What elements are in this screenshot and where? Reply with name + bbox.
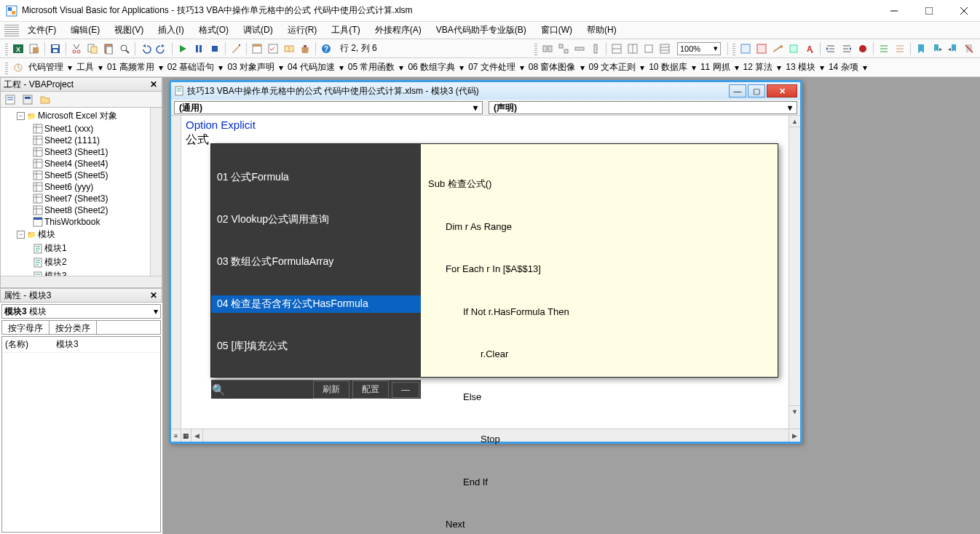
view-object-icon[interactable] bbox=[20, 93, 35, 106]
toolbar-grip-2[interactable] bbox=[534, 42, 537, 55]
isense-config-button[interactable]: 配置 bbox=[352, 380, 389, 399]
help-icon[interactable]: ? bbox=[319, 41, 333, 56]
tb2-icon-5[interactable] bbox=[609, 41, 624, 56]
tb2-icon-4[interactable] bbox=[588, 41, 603, 56]
tb3-icon-1[interactable] bbox=[738, 41, 753, 56]
menu-addins[interactable]: 外接程序(A) bbox=[368, 24, 429, 36]
tb-05[interactable]: 05 常用函数 bbox=[347, 61, 396, 73]
tb-code-manage[interactable]: 代码管理 bbox=[28, 61, 64, 73]
props-grid[interactable]: (名称) 模块3 bbox=[1, 336, 161, 533]
menu-file[interactable]: 文件(F) bbox=[20, 24, 63, 36]
isense-refresh-button[interactable]: 刷新 bbox=[313, 380, 349, 399]
menu-edit[interactable]: 编辑(E) bbox=[63, 24, 107, 36]
procedure-select[interactable]: (声明)▾ bbox=[489, 101, 797, 114]
tb4-icon-1[interactable] bbox=[11, 60, 25, 75]
tb-08[interactable]: 08 窗体图像 bbox=[528, 61, 577, 73]
project-explorer-icon[interactable] bbox=[250, 41, 264, 56]
project-tree[interactable]: −📁Microsoft Excel 对象 Sheet1 (xxx) Sheet2… bbox=[0, 108, 162, 288]
isense-item[interactable]: 02 Vlookup公式调用查询 bbox=[211, 211, 421, 228]
tb-tools[interactable]: 工具 bbox=[76, 61, 95, 73]
code-window-title[interactable]: 技巧13 VBA中操作单元格中的公式 代码中使用公式计算.xlsm - 模块3 … bbox=[171, 82, 800, 100]
tb-09[interactable]: 09 文本正则 bbox=[588, 61, 637, 73]
menu-insert[interactable]: 插入(I) bbox=[151, 24, 191, 36]
isense-item[interactable]: 03 数组公式FormulaArray bbox=[211, 253, 421, 271]
tb-13[interactable]: 13 模块 bbox=[785, 61, 816, 73]
full-module-view-icon[interactable]: ▦ bbox=[181, 429, 191, 442]
tb-11[interactable]: 11 网抓 bbox=[700, 61, 731, 73]
menu-tools[interactable]: 工具(T) bbox=[324, 24, 367, 36]
scroll-up-icon[interactable]: ▲ bbox=[789, 116, 800, 127]
toolbar2-grip[interactable] bbox=[5, 61, 8, 74]
isense-item-selected[interactable]: 04 检查是否含有公式HasFormula bbox=[211, 295, 421, 313]
tree-collapse-icon[interactable]: − bbox=[17, 231, 25, 239]
scroll-right-icon[interactable]: ▶ bbox=[789, 429, 800, 442]
object-browser-icon[interactable] bbox=[282, 41, 296, 56]
menu-vba-assistant[interactable]: VBA代码助手专业版(B) bbox=[429, 24, 534, 36]
reset-icon[interactable] bbox=[208, 41, 222, 56]
view-folders-icon[interactable] bbox=[38, 93, 52, 106]
props-object-select[interactable]: 模块3 模块▾ bbox=[1, 304, 161, 319]
isense-search-input[interactable] bbox=[226, 382, 312, 398]
bookmark-icon[interactable] bbox=[914, 41, 928, 56]
indent-right-icon[interactable] bbox=[823, 41, 838, 56]
minimize-button[interactable] bbox=[884, 4, 904, 18]
tb3-icon-3[interactable] bbox=[770, 41, 785, 56]
tb-04[interactable]: 04 代码加速 bbox=[287, 61, 336, 73]
props-tab-category[interactable]: 按分类序 bbox=[50, 321, 97, 334]
bookmark-clear-icon[interactable] bbox=[962, 41, 976, 56]
maximize-button[interactable] bbox=[919, 4, 939, 18]
props-tab-alpha[interactable]: 按字母序 bbox=[2, 321, 50, 334]
tb2-icon-8[interactable] bbox=[657, 41, 672, 56]
comment-icon[interactable] bbox=[877, 41, 891, 56]
breakpoint-icon[interactable] bbox=[855, 41, 870, 56]
tree-scrollbar-h[interactable] bbox=[1, 276, 162, 287]
code-margin[interactable] bbox=[171, 116, 181, 429]
tb2-icon-7[interactable] bbox=[641, 41, 656, 56]
tb3-icon-5[interactable]: A▸ bbox=[802, 41, 817, 56]
undo-icon[interactable] bbox=[138, 41, 153, 56]
tb-03[interactable]: 03 对象声明 bbox=[226, 61, 275, 73]
tb-14[interactable]: 14 杂项 bbox=[828, 61, 859, 73]
tb-10[interactable]: 10 数据库 bbox=[648, 61, 688, 73]
menu-run[interactable]: 运行(R) bbox=[280, 24, 325, 36]
menu-window[interactable]: 窗口(W) bbox=[534, 24, 580, 36]
tb-06[interactable]: 06 数组字典 bbox=[407, 61, 456, 73]
scroll-left-icon[interactable]: ◀ bbox=[191, 429, 203, 442]
isense-item[interactable]: 05 [库]填充公式 bbox=[211, 338, 421, 355]
code-scrollbar-v[interactable]: ▲ ▼ bbox=[789, 116, 800, 429]
tree-scrollbar-v[interactable] bbox=[150, 108, 162, 276]
excel-icon[interactable]: X bbox=[11, 41, 25, 56]
tb-02[interactable]: 02 基础语句 bbox=[167, 61, 216, 73]
menu-format[interactable]: 格式(O) bbox=[191, 24, 236, 36]
tb3-icon-2[interactable] bbox=[754, 41, 769, 56]
code-editor[interactable]: Option Explicit 公式 01 公式Formula 02 Vlook… bbox=[181, 116, 789, 429]
break-icon[interactable] bbox=[191, 41, 206, 56]
mdi-minimize-button[interactable]: — bbox=[729, 84, 746, 97]
props-close-icon[interactable]: ✕ bbox=[149, 290, 159, 300]
tb2-icon-3[interactable] bbox=[572, 41, 587, 56]
save-icon[interactable] bbox=[48, 41, 63, 56]
tb-01[interactable]: 01 高频常用 bbox=[106, 61, 155, 73]
menu-debug[interactable]: 调试(D) bbox=[236, 24, 280, 36]
tb2-icon-6[interactable] bbox=[625, 41, 640, 56]
tb2-icon-2[interactable] bbox=[556, 41, 571, 56]
project-close-icon[interactable]: ✕ bbox=[149, 79, 159, 89]
intellisense-list[interactable]: 01 公式Formula 02 Vlookup公式调用查询 03 数组公式For… bbox=[211, 144, 421, 380]
procedure-view-icon[interactable]: ≡ bbox=[171, 429, 181, 442]
paste-icon[interactable] bbox=[101, 41, 116, 56]
find-icon[interactable] bbox=[117, 41, 132, 56]
toolbox-icon[interactable] bbox=[298, 41, 312, 56]
tb-07[interactable]: 07 文件处理 bbox=[467, 61, 516, 73]
scroll-down-icon[interactable]: ▼ bbox=[789, 405, 800, 417]
menu-grip[interactable] bbox=[4, 25, 19, 36]
close-button[interactable] bbox=[954, 4, 974, 18]
isense-item[interactable]: 01 公式Formula bbox=[211, 169, 421, 186]
zoom-select[interactable]: 100%▾ bbox=[677, 42, 721, 55]
copy-icon[interactable] bbox=[85, 41, 100, 56]
insert-module-icon[interactable] bbox=[27, 41, 42, 56]
bookmark-next-icon[interactable] bbox=[930, 41, 944, 56]
bookmark-prev-icon[interactable] bbox=[946, 41, 960, 56]
tree-collapse-icon[interactable]: − bbox=[17, 112, 25, 120]
view-code-icon[interactable] bbox=[3, 93, 17, 106]
toolbar-grip[interactable] bbox=[5, 42, 8, 55]
